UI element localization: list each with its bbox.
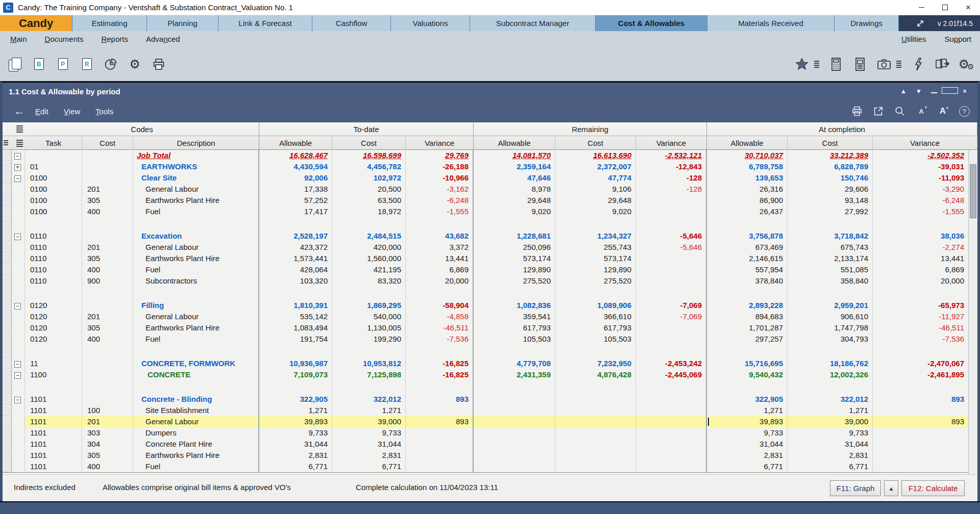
value-cell[interactable]: 1,271 bbox=[788, 405, 873, 416]
value-cell[interactable] bbox=[636, 333, 707, 345]
row-handle[interactable] bbox=[3, 184, 12, 195]
value-cell[interactable]: 38,036 bbox=[873, 230, 968, 242]
row-handle[interactable] bbox=[3, 311, 12, 322]
value-cell[interactable]: 2,528,197 bbox=[259, 230, 332, 242]
tab-drawings[interactable]: Drawings bbox=[834, 15, 898, 31]
value-cell[interactable]: 3,372 bbox=[406, 242, 474, 253]
table-row[interactable]: 0120201General Labour535,142540,000-4,85… bbox=[3, 311, 968, 322]
value-cell[interactable]: 15,716,695 bbox=[707, 358, 788, 369]
value-cell[interactable] bbox=[406, 380, 474, 394]
task-code-cell[interactable] bbox=[25, 380, 82, 394]
transfer-documents-icon[interactable] bbox=[934, 56, 951, 73]
value-cell[interactable] bbox=[406, 405, 474, 416]
cost-code-cell[interactable]: 400 bbox=[82, 264, 133, 275]
grid-menu-icon[interactable] bbox=[4, 140, 8, 146]
favorites-star-icon[interactable] bbox=[793, 56, 811, 73]
value-cell[interactable]: 9,106 bbox=[555, 184, 636, 195]
pop-out-icon[interactable] bbox=[872, 105, 885, 118]
value-cell[interactable] bbox=[873, 405, 968, 416]
value-cell[interactable]: 7,125,898 bbox=[332, 369, 406, 380]
row-handle[interactable] bbox=[3, 416, 12, 427]
description-cell[interactable]: CONCRETE, FORMWORK bbox=[133, 358, 259, 369]
row-handle[interactable] bbox=[3, 172, 12, 184]
value-cell[interactable]: 893 bbox=[406, 394, 474, 405]
value-cell[interactable]: 9,020 bbox=[474, 206, 555, 217]
value-cell[interactable]: 9,733 bbox=[259, 427, 332, 439]
value-cell[interactable]: 18,186,762 bbox=[788, 358, 873, 369]
close-icon[interactable]: × bbox=[957, 0, 980, 15]
value-cell[interactable]: 18,972 bbox=[332, 206, 406, 217]
cost-code-cell[interactable]: 201 bbox=[82, 311, 133, 322]
value-cell[interactable]: 26,316 bbox=[707, 184, 788, 195]
value-cell[interactable]: 1,701,287 bbox=[707, 322, 788, 333]
value-cell[interactable]: 4,876,428 bbox=[555, 369, 636, 380]
value-cell[interactable] bbox=[788, 217, 873, 230]
value-cell[interactable] bbox=[873, 287, 968, 300]
value-cell[interactable]: 2,831 bbox=[788, 450, 873, 461]
description-cell[interactable]: Earthworks Plant Hire bbox=[133, 322, 259, 333]
document-b-icon[interactable]: B bbox=[30, 56, 47, 73]
row-handle[interactable] bbox=[3, 264, 12, 275]
collapse-icon[interactable]: − bbox=[14, 372, 21, 379]
value-cell[interactable]: 86,900 bbox=[707, 195, 788, 206]
value-cell[interactable] bbox=[636, 450, 707, 461]
task-code-cell[interactable]: 0110 bbox=[25, 253, 82, 264]
row-handle[interactable] bbox=[3, 394, 12, 405]
value-cell[interactable] bbox=[332, 380, 406, 394]
task-code-cell[interactable] bbox=[25, 287, 82, 300]
value-cell[interactable]: -7,536 bbox=[873, 333, 968, 345]
calculator-icon[interactable] bbox=[827, 56, 845, 73]
value-cell[interactable]: 9,733 bbox=[788, 427, 873, 439]
value-cell[interactable]: 1,747,798 bbox=[788, 322, 873, 333]
value-cell[interactable] bbox=[788, 380, 873, 394]
value-cell[interactable] bbox=[873, 217, 968, 230]
value-cell[interactable] bbox=[873, 380, 968, 394]
value-cell[interactable] bbox=[406, 287, 474, 300]
description-cell[interactable]: Filling bbox=[133, 300, 259, 311]
value-cell[interactable]: 2,893,228 bbox=[707, 300, 788, 311]
value-cell[interactable]: 557,954 bbox=[707, 264, 788, 275]
value-cell[interactable]: 2,831 bbox=[259, 450, 332, 461]
value-cell[interactable]: 39,893 bbox=[707, 416, 788, 427]
col-header-description[interactable]: Description bbox=[133, 136, 259, 150]
value-cell[interactable]: 250,096 bbox=[474, 242, 555, 253]
group-header-atcompletion[interactable]: At completion bbox=[707, 122, 977, 136]
value-cell[interactable]: 358,840 bbox=[788, 275, 873, 287]
value-cell[interactable]: 573,174 bbox=[555, 253, 636, 264]
col-header-cost-atcompletion[interactable]: Cost bbox=[788, 136, 873, 150]
task-code-cell[interactable]: 0100 bbox=[25, 172, 82, 184]
table-row[interactable]: 0110201General Labour423,372420,0003,372… bbox=[3, 242, 968, 253]
value-cell[interactable]: 1,573,441 bbox=[259, 253, 332, 264]
lightning-icon[interactable] bbox=[910, 56, 927, 73]
value-cell[interactable]: 2,831 bbox=[707, 450, 788, 461]
table-row[interactable]: 0120400Fuel191,754199,290-7,536105,50310… bbox=[3, 333, 968, 345]
value-cell[interactable]: 8,978 bbox=[474, 184, 555, 195]
menu-support[interactable]: Support bbox=[944, 35, 971, 43]
value-cell[interactable]: 105,503 bbox=[555, 333, 636, 345]
cost-code-cell[interactable]: 304 bbox=[82, 439, 133, 450]
value-cell[interactable]: 31,044 bbox=[788, 439, 873, 450]
row-handle[interactable] bbox=[3, 439, 12, 450]
value-cell[interactable]: 322,012 bbox=[332, 394, 406, 405]
value-cell[interactable] bbox=[707, 217, 788, 230]
group-header-remaining[interactable]: Remaining bbox=[474, 122, 707, 136]
value-cell[interactable]: 617,793 bbox=[555, 322, 636, 333]
value-cell[interactable]: 9,020 bbox=[555, 206, 636, 217]
minimize-icon[interactable] bbox=[926, 88, 942, 95]
value-cell[interactable] bbox=[332, 345, 406, 358]
task-code-cell[interactable]: 1101 bbox=[25, 427, 82, 439]
value-cell[interactable]: 129,890 bbox=[474, 264, 555, 275]
value-cell[interactable]: 17,338 bbox=[259, 184, 332, 195]
description-cell[interactable] bbox=[133, 380, 259, 394]
gears-icon[interactable]: ⚙⚙ bbox=[958, 56, 975, 73]
table-row[interactable]: 1101201General Labour39,89339,00089339,8… bbox=[3, 416, 968, 427]
value-cell[interactable] bbox=[636, 206, 707, 217]
value-cell[interactable] bbox=[636, 322, 707, 333]
value-cell[interactable]: -4,858 bbox=[406, 311, 474, 322]
value-cell[interactable]: -2,532,121 bbox=[636, 150, 707, 161]
col-header-variance-todate[interactable]: Variance bbox=[406, 136, 474, 150]
description-cell[interactable]: Concrete Plant Hire bbox=[133, 439, 259, 450]
table-row[interactable]: 0110900Subcontractors103,32083,32020,000… bbox=[3, 275, 968, 287]
value-cell[interactable]: 12,002,326 bbox=[788, 369, 873, 380]
task-code-cell[interactable]: 0110 bbox=[25, 242, 82, 253]
